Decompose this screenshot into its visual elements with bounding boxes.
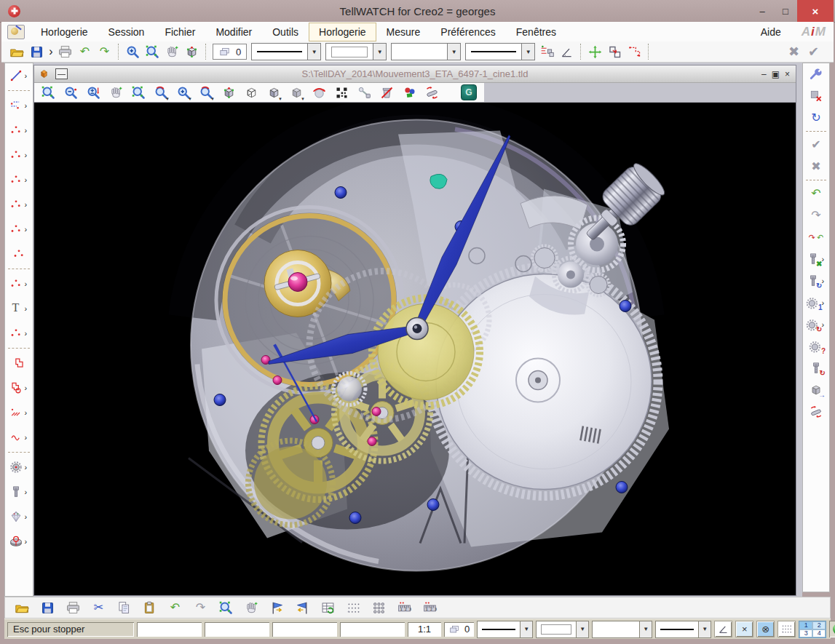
pan-button-2[interactable]: [242, 599, 261, 617]
close-button[interactable]: ×: [797, 0, 834, 22]
snap-angle-button[interactable]: [714, 621, 732, 637]
print-button[interactable]: [55, 43, 75, 61]
menu-preferences[interactable]: Préférences: [430, 23, 505, 41]
view-hidden-line-button[interactable]: ▼: [264, 84, 283, 101]
orbit-button[interactable]: [309, 84, 328, 101]
tool-spline[interactable]: ›: [5, 425, 33, 450]
minimize-button[interactable]: –: [751, 0, 774, 22]
coord-field-3[interactable]: [272, 622, 337, 637]
pan-button[interactable]: [162, 43, 182, 61]
tool-assembly-rotate[interactable]: ↻›: [803, 270, 829, 292]
line-color-dropdown[interactable]: ▼: [325, 43, 387, 60]
quadrant-1[interactable]: 1: [799, 621, 812, 629]
zoom-in-view-button[interactable]: ▼: [174, 84, 193, 101]
tool-points-8[interactable]: ›: [5, 321, 33, 346]
tool-dimension[interactable]: ›: [5, 93, 33, 118]
import-view-button[interactable]: [267, 599, 287, 617]
dropdown-arrow-icon[interactable]: ▼: [521, 44, 534, 60]
menu-mesure[interactable]: Mesure: [376, 23, 431, 41]
menu-horlogerie-2[interactable]: Horlogerie: [309, 23, 376, 41]
save-expand-button[interactable]: ›: [47, 43, 55, 61]
watch-movement-render[interactable]: [34, 103, 796, 595]
viewport-3d[interactable]: [34, 103, 796, 595]
maximize-button[interactable]: □: [774, 0, 797, 22]
paste-position-button[interactable]: [625, 43, 644, 61]
datum-button[interactable]: [537, 43, 557, 61]
tool-redo[interactable]: ↷: [803, 204, 829, 226]
tool-points-7[interactable]: ›: [5, 271, 33, 296]
zoom-dynamic-button[interactable]: [84, 84, 103, 101]
tool-text[interactable]: T›: [5, 296, 33, 321]
menu-horlogerie-1[interactable]: Horlogerie: [31, 23, 98, 41]
redo-button-2[interactable]: ↷: [191, 599, 210, 617]
pan-view-button[interactable]: [106, 84, 125, 101]
snap-center-button[interactable]: ⊗: [756, 621, 775, 637]
layer-selector-status[interactable]: 0: [444, 622, 474, 637]
tool-points-1[interactable]: ›: [5, 118, 33, 143]
coord-field-1[interactable]: [137, 622, 202, 637]
render-settings-button[interactable]: [332, 84, 351, 101]
coord-field-2[interactable]: [205, 622, 269, 637]
quadrant-3[interactable]: 3: [799, 629, 812, 637]
tool-gear-train[interactable]: ↻›: [803, 314, 829, 335]
doc-minimize-button[interactable]: –: [761, 69, 767, 79]
view-cube-corners-button[interactable]: [219, 84, 238, 101]
zoom-fit-button-2[interactable]: [216, 599, 236, 617]
tool-points-6[interactable]: [5, 242, 33, 266]
zoom-out-button[interactable]: [61, 84, 80, 101]
dropdown-arrow-icon[interactable]: ▼: [639, 621, 652, 637]
cancel-button[interactable]: ✖: [784, 43, 804, 61]
sheet-manager-button[interactable]: [318, 599, 338, 617]
tool-points-4[interactable]: ›: [5, 192, 33, 217]
dropdown-arrow-icon[interactable]: ▼: [520, 621, 532, 637]
menu-modifier[interactable]: Modifier: [205, 23, 262, 41]
shaded-parts-button[interactable]: [400, 84, 419, 101]
line-style-dropdown[interactable]: ▼: [251, 43, 321, 60]
delete-display-button[interactable]: [377, 84, 396, 101]
tool-gear-query[interactable]: ?: [803, 335, 829, 357]
tool-undo[interactable]: ↶: [803, 183, 829, 204]
open-button[interactable]: [7, 43, 27, 61]
tool-points-5[interactable]: ›: [5, 217, 33, 242]
scale-field[interactable]: 1:1: [408, 622, 441, 637]
print-button-2[interactable]: [63, 599, 83, 617]
grid-circles-button[interactable]: [369, 599, 389, 617]
tool-gear[interactable]: ›: [5, 455, 33, 480]
tool-gear-define[interactable]: 1›: [803, 292, 829, 314]
coord-field-4[interactable]: [340, 622, 405, 637]
zoom-fit-button[interactable]: [143, 43, 162, 61]
undo-button-2[interactable]: ↶: [165, 599, 185, 617]
view-shaded-button[interactable]: ▼: [287, 84, 306, 101]
spin-axis-button[interactable]: [422, 84, 441, 101]
menu-outils[interactable]: Outils: [262, 23, 309, 41]
redo-button[interactable]: ↷: [95, 43, 114, 61]
tool-points-2[interactable]: ›: [5, 143, 33, 167]
undo-button[interactable]: ↶: [75, 43, 95, 61]
dropdown-arrow-icon[interactable]: ▼: [576, 621, 588, 637]
tool-part-move[interactable]: →: [803, 379, 829, 401]
copy-button[interactable]: [114, 599, 134, 617]
tool-regenerate[interactable]: ↻: [803, 107, 829, 129]
cut-button[interactable]: ✂: [89, 599, 108, 617]
tool-assembly-constrain[interactable]: ✖›: [803, 248, 829, 270]
zoom-window-button[interactable]: [39, 84, 58, 101]
snap-off-button[interactable]: ×: [735, 621, 753, 637]
status-line-style-dropdown[interactable]: ▼: [477, 621, 533, 638]
tool-screw[interactable]: ›: [5, 480, 33, 504]
status-line-type-dropdown[interactable]: ▼: [655, 621, 711, 638]
save-button[interactable]: [27, 43, 47, 61]
move-button[interactable]: [585, 43, 605, 61]
line-width-dropdown[interactable]: ▼: [391, 43, 461, 60]
snap-grid-button[interactable]: [777, 621, 796, 637]
tool-confirm[interactable]: ✔: [803, 134, 829, 156]
dropdown-arrow-icon[interactable]: ▼: [447, 44, 460, 60]
dropdown-arrow-icon[interactable]: ▼: [373, 44, 386, 60]
zoom-fit-view-button[interactable]: [129, 84, 148, 101]
angle-button[interactable]: [557, 43, 577, 61]
quadrant-4[interactable]: 4: [812, 629, 826, 637]
doc-close-button[interactable]: ×: [785, 69, 790, 79]
tool-contour-circle[interactable]: ›: [5, 375, 33, 400]
save-button-2[interactable]: [38, 599, 58, 617]
confirm-button[interactable]: ✔: [804, 43, 823, 61]
tool-delete-face[interactable]: [803, 85, 829, 107]
